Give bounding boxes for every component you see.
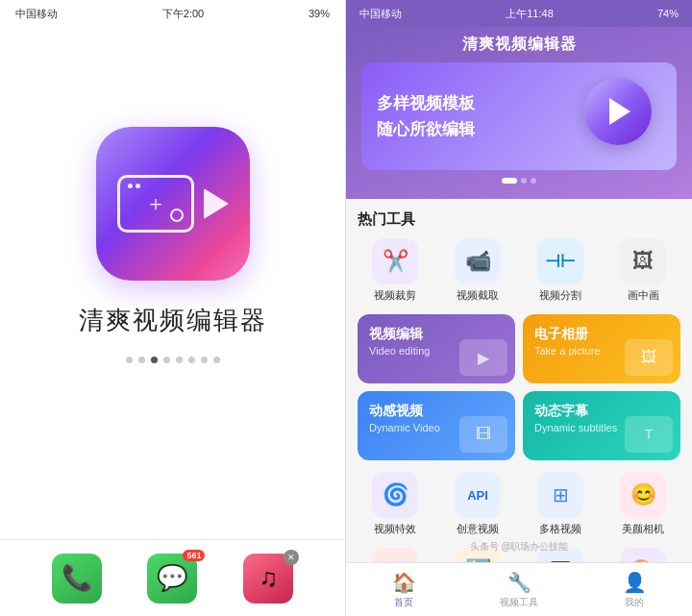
tool-split[interactable]: ⊣⊢ 视频分割	[523, 238, 598, 303]
bottom-nav: 🏠 首页 🔧 视频工具 👤 我的	[346, 562, 692, 616]
home-icon: 🏠	[392, 571, 416, 594]
cut-icon: ✂️	[372, 238, 418, 284]
dot-3	[163, 357, 170, 363]
dot-7	[213, 357, 220, 363]
effect-icon: 🌀	[372, 472, 418, 518]
left-time: 下午2:00	[162, 7, 204, 21]
tool-cut[interactable]: ✂️ 视频裁剪	[358, 238, 432, 303]
capture-icon: 📹	[455, 238, 501, 284]
banner-graphic	[584, 78, 661, 155]
card-album-thumb: 🖼	[625, 339, 673, 376]
multi-icon: ⊞	[537, 472, 583, 518]
video-frame-icon: ＋	[117, 175, 194, 233]
tool-creative[interactable]: API 创意视频	[440, 472, 515, 536]
right-time: 上午11:48	[506, 7, 554, 21]
banner-dot-2	[531, 178, 536, 184]
right-phone: 中国移动 上午11:48 74% 清爽视频编辑器 多样视频模板 随心所欲编辑 热…	[346, 0, 692, 616]
profile-label: 我的	[625, 596, 644, 609]
beauty-icon: 😊	[620, 472, 666, 518]
dot-0	[126, 357, 133, 363]
banner-line1: 多样视频模板	[377, 92, 475, 114]
dot1	[128, 184, 133, 188]
banner-line2: 随心所欲编辑	[377, 118, 475, 140]
right-content[interactable]: 热门工具 ✂️ 视频裁剪 📹 视频截取 ⊣⊢ 视频分割 🖼 画中画 视频编辑	[346, 199, 692, 562]
effect-label: 视频特效	[374, 522, 416, 536]
icon-dots	[128, 184, 140, 188]
right-status-bar: 中国移动 上午11:48 74%	[346, 0, 692, 27]
page-dots	[126, 357, 220, 363]
capture-label: 视频截取	[457, 288, 499, 303]
app-name: 清爽视频编辑器	[79, 304, 267, 337]
watermark-text: 头条号 @职场办公技能	[346, 540, 692, 554]
left-battery: 39%	[309, 8, 330, 19]
left-dock: 📞 💬 561 ♫ ✕	[0, 539, 345, 616]
split-icon: ⊣⊢	[537, 238, 583, 284]
banner-play-icon	[609, 98, 630, 125]
app-icon[interactable]: ＋	[96, 127, 250, 281]
card-album[interactable]: 电子相册 Take a picture 🖼	[523, 314, 680, 383]
left-phone: 中国移动 下午2:00 39% ＋ 清爽视频编辑器	[0, 0, 346, 616]
app-icon-inner: ＋	[117, 175, 229, 233]
home-label: 首页	[394, 596, 413, 609]
cut-label: 视频裁剪	[374, 288, 416, 303]
card-ve-thumb: ▶	[459, 339, 507, 376]
dot-1	[138, 357, 145, 363]
api-icon: API	[455, 472, 501, 518]
card-dynamic[interactable]: 动感视频 Dynamic Video 🎞	[358, 391, 515, 460]
banner-play-circle	[584, 78, 652, 145]
multi-label: 多格视频	[539, 522, 581, 536]
banner-dots	[361, 178, 677, 184]
tool-grid: ✂️ 视频裁剪 📹 视频截取 ⊣⊢ 视频分割 🖼 画中画	[358, 238, 680, 303]
nav-home[interactable]: 🏠 首页	[346, 571, 461, 609]
beauty-label: 美颜相机	[622, 522, 664, 536]
section-title: 热门工具	[358, 210, 680, 229]
left-carrier: 中国移动	[15, 7, 58, 21]
dock-music[interactable]: ♫ ✕	[243, 554, 293, 604]
dot-2	[151, 357, 158, 363]
nav-profile[interactable]: 👤 我的	[577, 571, 692, 609]
card-video-edit[interactable]: 视频编辑 Video editing ▶	[358, 314, 515, 383]
close-icon[interactable]: ✕	[284, 550, 299, 565]
creative-label: 创意视频	[457, 522, 499, 536]
right-header: 清爽视频编辑器 多样视频模板 随心所欲编辑	[346, 27, 692, 199]
tool-pip[interactable]: 🖼 画中画	[606, 238, 680, 303]
dot-5	[188, 357, 195, 363]
pip-icon: 🖼	[620, 238, 666, 284]
dot2	[136, 184, 140, 188]
tool-multi[interactable]: ⊞ 多格视频	[523, 472, 598, 536]
message-badge: 561	[183, 550, 205, 561]
banner-dot-1	[521, 178, 527, 184]
split-label: 视频分割	[539, 288, 581, 303]
play-triangle-icon	[204, 188, 229, 219]
tool-capture[interactable]: 📹 视频截取	[440, 238, 515, 303]
card-subtitle[interactable]: 动态字幕 Dynamic subtitles T	[523, 391, 680, 460]
tool-effect[interactable]: 🌀 视频特效	[358, 472, 432, 536]
header-title: 清爽视频编辑器	[361, 27, 677, 62]
tool-beauty[interactable]: 😊 美颜相机	[606, 472, 680, 536]
plus-icon: ＋	[145, 189, 166, 218]
camera-circle-icon	[170, 209, 184, 222]
tool-grid2: 🌀 视频特效 API 创意视频 ⊞ 多格视频 😊 美颜相机	[358, 472, 680, 536]
card-sub-thumb: T	[625, 416, 673, 453]
pip-label: 画中画	[628, 288, 659, 303]
banner-dot-0	[502, 178, 517, 184]
card-dyn-thumb: 🎞	[459, 416, 507, 453]
banner[interactable]: 多样视频模板 随心所欲编辑	[361, 62, 677, 170]
dock-message[interactable]: 💬 561	[147, 554, 197, 604]
feature-cards: 视频编辑 Video editing ▶ 电子相册 Take a picture…	[358, 314, 680, 460]
right-carrier: 中国移动	[359, 7, 402, 21]
dot-4	[176, 357, 183, 363]
right-battery: 74%	[657, 8, 679, 19]
tools-label: 视频工具	[500, 596, 538, 609]
dock-phone[interactable]: 📞	[52, 554, 102, 604]
profile-icon: 👤	[623, 571, 647, 594]
dot-6	[201, 357, 208, 363]
tools-icon: 🔧	[507, 571, 531, 594]
phone-icon: 📞	[52, 554, 102, 604]
nav-tools[interactable]: 🔧 视频工具	[461, 571, 577, 609]
app-icon-area: ＋ 清爽视频编辑器	[79, 27, 267, 539]
left-status-bar: 中国移动 下午2:00 39%	[0, 0, 345, 27]
banner-text: 多样视频模板 随心所欲编辑	[377, 92, 475, 140]
